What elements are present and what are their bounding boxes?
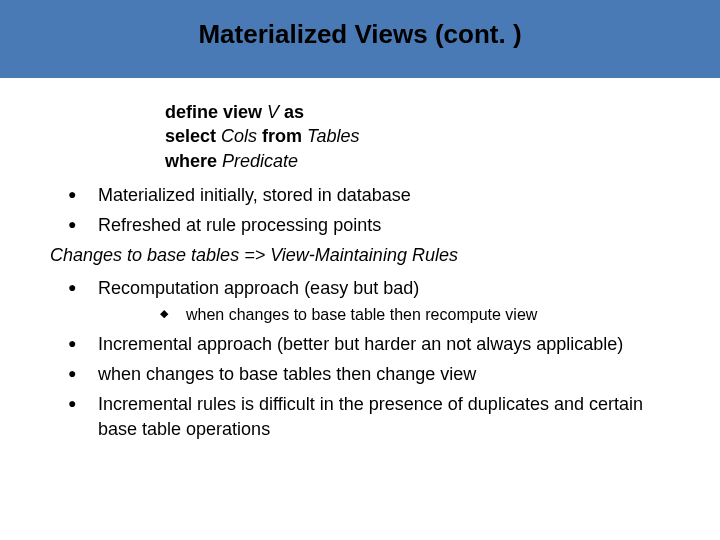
def-var: Tables <box>307 126 359 146</box>
def-line-2: select Cols from Tables <box>165 124 670 148</box>
def-var: Predicate <box>217 151 298 171</box>
slide-content: define view V as select Cols from Tables… <box>0 78 720 441</box>
def-kw: define view <box>165 102 262 122</box>
bullet-text: Recomputation approach (easy but bad) <box>98 278 419 298</box>
def-kw: as <box>284 102 304 122</box>
bullet-list: Recomputation approach (easy but bad) wh… <box>50 276 670 441</box>
sub-list: when changes to base table then recomput… <box>98 304 670 326</box>
def-kw: select <box>165 126 221 146</box>
def-kw: from <box>262 126 307 146</box>
list-item: when changes to base tables then change … <box>50 362 670 386</box>
bullet-text: Materialized initially, stored in databa… <box>98 185 411 205</box>
bullet-text: Incremental approach (better but harder … <box>98 334 623 354</box>
list-item: Recomputation approach (easy but bad) wh… <box>50 276 670 326</box>
list-item: Incremental rules is difficult in the pr… <box>50 392 670 441</box>
def-var: Cols <box>221 126 262 146</box>
def-line-3: where Predicate <box>165 149 670 173</box>
bullet-text: Incremental rules is difficult in the pr… <box>98 394 643 438</box>
plain-line: Changes to base tables => View-Maintaini… <box>50 243 670 267</box>
list-item: Refreshed at rule processing points <box>50 213 670 237</box>
bullet-text: Refreshed at rule processing points <box>98 215 381 235</box>
slide-title: Materialized Views (cont. ) <box>198 19 521 50</box>
definition-block: define view V as select Cols from Tables… <box>165 100 670 173</box>
bullet-text: when changes to base tables then change … <box>98 364 476 384</box>
title-band: Materialized Views (cont. ) <box>0 0 720 78</box>
sub-item: when changes to base table then recomput… <box>98 304 670 326</box>
def-kw: where <box>165 151 217 171</box>
sub-text: when changes to base table then recomput… <box>186 306 537 323</box>
bullet-list: Materialized initially, stored in databa… <box>50 183 670 238</box>
list-item: Materialized initially, stored in databa… <box>50 183 670 207</box>
def-var: V <box>262 102 284 122</box>
def-line-1: define view V as <box>165 100 670 124</box>
list-item: Incremental approach (better but harder … <box>50 332 670 356</box>
